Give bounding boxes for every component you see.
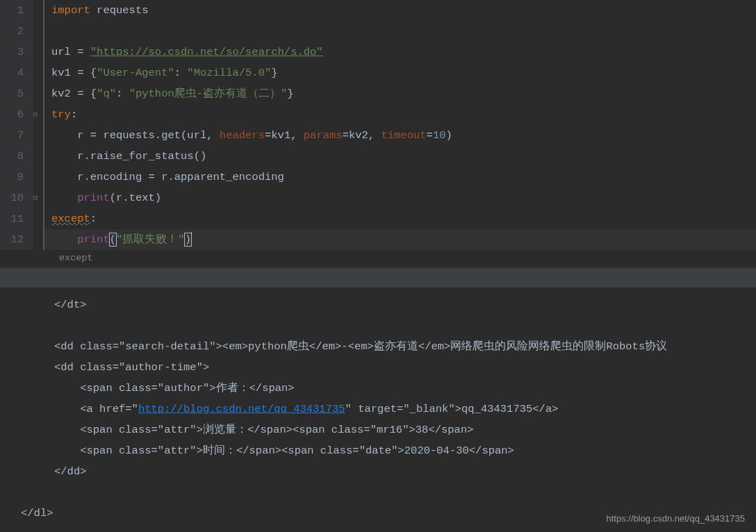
console-toolbar [0,268,756,288]
code-line: try: [44,104,756,125]
console-line: <a href="http://blog.csdn.net/qq_4343173… [0,399,756,419]
line-number: 7 [7,125,24,146]
line-number: 4 [7,63,24,83]
console-url-link[interactable]: http://blog.csdn.net/qq_43431735 [138,403,345,415]
console-line: </dd> [0,461,756,482]
watermark-text: https://blog.csdn.net/qq_43431735 [607,513,746,524]
line-number: 11 [7,208,24,229]
code-line [44,21,756,42]
console-line: <span class="attr">浏览量：</span><span clas… [0,419,756,440]
line-number: 1 [7,0,24,21]
code-editor[interactable]: 1 2 3 4 5 6 7 8 9 10 11 12 ⊟ ⊟ import re… [0,0,756,250]
line-number: 9 [7,167,24,188]
code-line: r = requests.get(url, headers=kv1, param… [44,125,756,146]
line-number: 5 [7,83,24,104]
code-line: url = "https://so.csdn.net/so/search/s.d… [44,42,756,63]
code-line-active: print("抓取失败！") [44,229,756,250]
fold-marker-icon[interactable]: ⊟ [33,193,38,202]
line-number: 2 [7,21,24,42]
console-line: <span class="attr">时间：</span><span class… [0,440,756,461]
code-line: print(r.text) [44,188,756,208]
console-line [0,482,756,503]
line-number: 12 [7,229,24,250]
line-number: 6 [7,104,24,125]
code-line: import requests [44,0,756,21]
fold-marker-icon[interactable]: ⊟ [33,110,38,119]
console-line: </dt> [0,294,756,315]
console-line: <dd class="search-detail"><em>python爬虫</… [0,336,756,357]
code-line: kv2 = {"q": "python爬虫-盗亦有道（二）"} [44,83,756,104]
code-line: r.raise_for_status() [44,146,756,167]
breadcrumb[interactable]: except [0,250,756,268]
code-content[interactable]: import requests url = "https://so.csdn.n… [43,0,756,250]
line-number-gutter: 1 2 3 4 5 6 7 8 9 10 11 12 [0,0,33,250]
console-line: <dd class="author-time"> [0,357,756,378]
console-line: <span class="author">作者：</span> [0,378,756,399]
code-line: r.encoding = r.apparent_encoding [44,167,756,188]
line-number: 8 [7,146,24,167]
console-line [0,315,756,336]
code-line: kv1 = {"User-Agent": "Mozilla/5.0"} [44,63,756,83]
line-number: 10 [7,188,24,208]
breadcrumb-item: except [59,253,93,263]
text-cursor [191,232,192,246]
code-line: except: [44,208,756,229]
console-output[interactable]: </dt> <dd class="search-detail"><em>pyth… [0,268,756,524]
line-number: 3 [7,42,24,63]
fold-gutter: ⊟ ⊟ [33,0,43,250]
